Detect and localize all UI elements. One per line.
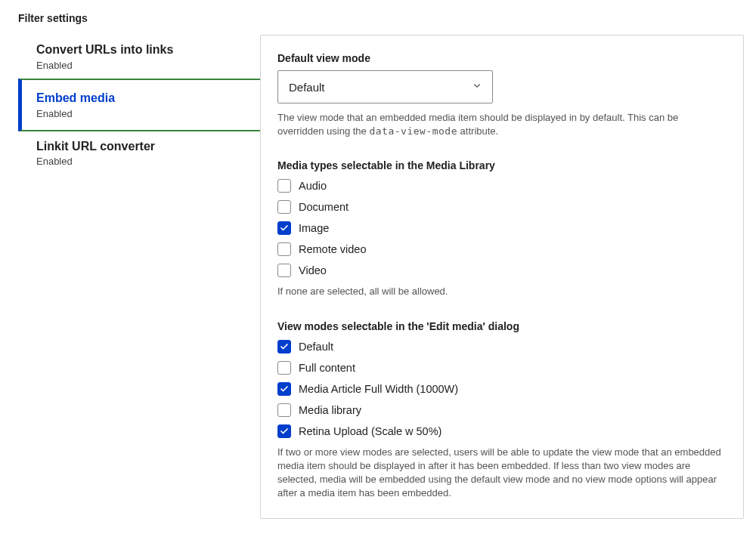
checkbox-item[interactable]: Default	[277, 340, 727, 353]
filter-tab-title: Linkit URL converter	[36, 139, 242, 155]
checkbox-item[interactable]: Retina Upload (Scale w 50%)	[277, 424, 727, 438]
default-view-mode-help: The view mode that an embedded media ite…	[277, 111, 727, 138]
checkbox-label: Audio	[299, 180, 327, 192]
checkbox[interactable]	[277, 221, 291, 235]
checkbox-label: Image	[299, 222, 329, 234]
checkbox-item[interactable]: Full content	[277, 361, 727, 375]
filter-tab-status: Enabled	[36, 156, 242, 167]
filter-tab[interactable]: Embed mediaEnabled	[18, 79, 260, 131]
checkbox[interactable]	[277, 340, 291, 353]
checkbox[interactable]	[277, 200, 291, 214]
default-view-mode-value: Default	[289, 81, 325, 94]
checkbox[interactable]	[277, 264, 291, 277]
checkbox[interactable]	[277, 242, 291, 256]
filter-tab-title: Embed media	[36, 91, 242, 106]
checkbox-item[interactable]: Audio	[277, 179, 727, 193]
filter-tab-title: Convert URLs into links	[36, 42, 242, 58]
checkbox-item[interactable]: Remote video	[277, 242, 727, 256]
checkbox-label: Full content	[299, 362, 355, 374]
checkbox-item[interactable]: Image	[277, 221, 727, 235]
default-view-mode-select[interactable]: Default	[277, 70, 493, 103]
media-types-group: Media types selectable in the Media Libr…	[277, 159, 727, 298]
checkbox[interactable]	[277, 403, 291, 417]
media-types-label: Media types selectable in the Media Libr…	[277, 159, 727, 171]
filter-tabs: Convert URLs into linksEnabledEmbed medi…	[18, 35, 260, 174]
checkbox-label: Retina Upload (Scale w 50%)	[299, 425, 442, 437]
checkbox[interactable]	[277, 382, 291, 396]
checkbox-item[interactable]: Video	[277, 264, 727, 277]
checkbox-label: Default	[299, 341, 333, 353]
settings-panel: Default view mode Default The view mode …	[260, 35, 744, 519]
checkbox-label: Media library	[299, 404, 361, 416]
checkbox-item[interactable]: Document	[277, 200, 727, 214]
checkbox-item[interactable]: Media library	[277, 403, 727, 417]
checkbox-item[interactable]: Media Article Full Width (1000W)	[277, 382, 727, 396]
checkbox-label: Video	[299, 264, 327, 276]
filter-tab[interactable]: Convert URLs into linksEnabled	[18, 35, 260, 79]
checkbox[interactable]	[277, 424, 291, 438]
media-types-help: If none are selected, all will be allowe…	[277, 285, 727, 298]
checkbox[interactable]	[277, 179, 291, 193]
checkbox-label: Document	[299, 201, 349, 213]
filter-tab-status: Enabled	[36, 108, 242, 119]
checkbox-label: Remote video	[299, 243, 366, 255]
view-modes-help: If two or more view modes are selected, …	[277, 446, 727, 501]
section-title: Filter settings	[18, 12, 744, 24]
filter-tab-status: Enabled	[36, 60, 242, 71]
checkbox[interactable]	[277, 361, 291, 375]
filter-tab[interactable]: Linkit URL converterEnabled	[18, 131, 260, 175]
default-view-mode-group: Default view mode Default The view mode …	[277, 52, 727, 138]
checkbox-label: Media Article Full Width (1000W)	[299, 383, 458, 395]
default-view-mode-label: Default view mode	[277, 52, 727, 64]
view-modes-label: View modes selectable in the 'Edit media…	[277, 320, 727, 332]
view-modes-group: View modes selectable in the 'Edit media…	[277, 320, 727, 501]
